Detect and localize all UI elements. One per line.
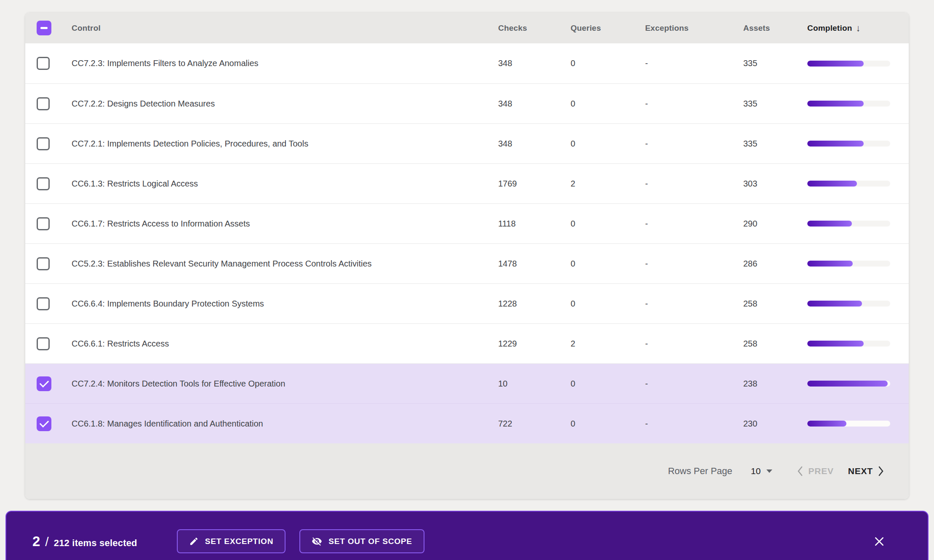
assets-value: 290 <box>743 219 807 229</box>
completion-bar-fill <box>807 261 853 267</box>
exceptions-value: - <box>645 59 743 68</box>
table-row[interactable]: CC7.2.1: Implements Detection Policies, … <box>25 123 909 163</box>
chevron-left-icon <box>797 466 803 477</box>
checks-value: 1769 <box>498 179 571 189</box>
close-icon <box>873 535 886 548</box>
exceptions-value: - <box>645 339 743 349</box>
row-checkbox[interactable] <box>37 297 50 310</box>
control-name: CC6.6.1: Restricts Access <box>72 339 498 349</box>
next-label: NEXT <box>848 466 873 476</box>
prev-page-button[interactable]: PREV <box>797 466 833 477</box>
completion-bar <box>807 101 890 107</box>
control-name: CC5.2.3: Establishes Relevant Security M… <box>72 259 498 269</box>
exceptions-value: - <box>645 419 743 429</box>
column-header-exceptions[interactable]: Exceptions <box>645 24 743 33</box>
checks-value: 722 <box>498 419 571 429</box>
checks-value: 348 <box>498 99 571 109</box>
row-checkbox[interactable] <box>37 416 51 431</box>
queries-value: 2 <box>571 339 645 349</box>
selected-count: 2 <box>32 533 40 549</box>
column-header-control[interactable]: Control <box>72 24 498 33</box>
sort-desc-arrow-icon: ↓ <box>856 24 861 33</box>
row-checkbox[interactable] <box>37 57 50 70</box>
set-out-of-scope-button[interactable]: SET OUT OF SCOPE <box>299 529 424 553</box>
column-header-checks[interactable]: Checks <box>498 24 571 33</box>
controls-table-card: Control Checks Queries Exceptions Assets… <box>25 13 909 499</box>
assets-value: 335 <box>743 59 807 68</box>
row-checkbox[interactable] <box>37 257 50 270</box>
control-name: CC6.6.4: Implements Boundary Protection … <box>72 299 498 309</box>
row-checkbox[interactable] <box>37 97 50 110</box>
table-body: CC7.2.3: Implements Filters to Analyze A… <box>25 43 909 443</box>
pencil-icon <box>189 536 199 546</box>
column-header-queries[interactable]: Queries <box>571 24 645 33</box>
completion-bar-fill <box>807 341 864 347</box>
assets-value: 286 <box>743 259 807 269</box>
control-name: CC6.1.3: Restricts Logical Access <box>72 179 498 189</box>
exceptions-value: - <box>645 259 743 269</box>
completion-bar-fill <box>807 101 864 107</box>
table-row[interactable]: CC7.2.2: Designs Detection Measures 348 … <box>25 83 909 123</box>
queries-value: 0 <box>571 299 645 309</box>
queries-value: 2 <box>571 179 645 189</box>
checks-value: 348 <box>498 59 571 68</box>
table-row[interactable]: CC6.1.7: Restricts Access to Information… <box>25 203 909 243</box>
queries-value: 0 <box>571 419 645 429</box>
table-row[interactable]: CC6.1.8: Manages Identification and Auth… <box>25 403 909 443</box>
queries-value: 0 <box>571 99 645 109</box>
exceptions-value: - <box>645 379 743 389</box>
exceptions-value: - <box>645 219 743 229</box>
control-name: CC6.1.7: Restricts Access to Information… <box>72 219 498 229</box>
table-row[interactable]: CC6.6.4: Implements Boundary Protection … <box>25 283 909 323</box>
set-out-of-scope-label: SET OUT OF SCOPE <box>328 537 412 546</box>
table-row[interactable]: CC6.6.1: Restricts Access 1229 2 - 258 <box>25 323 909 363</box>
table-row[interactable]: CC7.2.4: Monitors Detection Tools for Ef… <box>25 363 909 403</box>
column-header-assets[interactable]: Assets <box>743 24 807 33</box>
set-exception-label: SET EXCEPTION <box>205 537 273 546</box>
select-all-checkbox[interactable] <box>37 21 51 35</box>
chevron-right-icon <box>878 466 884 477</box>
completion-bar <box>807 421 890 427</box>
assets-value: 335 <box>743 99 807 109</box>
rows-per-page-select[interactable]: 10 <box>751 466 772 476</box>
caret-down-icon <box>766 469 772 473</box>
checks-value: 1229 <box>498 339 571 349</box>
set-exception-button[interactable]: SET EXCEPTION <box>177 529 286 553</box>
control-name: CC7.2.2: Designs Detection Measures <box>72 99 498 109</box>
control-name: CC7.2.4: Monitors Detection Tools for Ef… <box>72 379 498 389</box>
completion-bar <box>807 221 890 227</box>
completion-bar-fill <box>807 221 852 227</box>
selection-separator: / <box>45 535 48 549</box>
completion-bar <box>807 181 890 187</box>
exceptions-value: - <box>645 139 743 149</box>
table-row[interactable]: CC5.2.3: Establishes Relevant Security M… <box>25 243 909 283</box>
row-checkbox[interactable] <box>37 376 51 391</box>
row-checkbox[interactable] <box>37 177 50 190</box>
eye-off-icon <box>312 536 322 547</box>
bulk-selection-bar: 2 / 212 items selected SET EXCEPTION SET… <box>5 511 929 560</box>
checks-value: 348 <box>498 139 571 149</box>
column-header-completion[interactable]: Completion ↓ <box>807 24 909 33</box>
selection-summary: 2 / 212 items selected <box>32 533 137 549</box>
assets-value: 238 <box>743 379 807 389</box>
table-row[interactable]: CC7.2.3: Implements Filters to Analyze A… <box>25 43 909 83</box>
table-pagination: Rows Per Page 10 PREV NEXT <box>25 443 909 499</box>
completion-bar <box>807 341 890 347</box>
checks-value: 1228 <box>498 299 571 309</box>
items-selected-text: 212 items selected <box>54 538 137 549</box>
queries-value: 0 <box>571 219 645 229</box>
completion-bar <box>807 381 890 387</box>
assets-value: 303 <box>743 179 807 189</box>
table-row[interactable]: CC6.1.3: Restricts Logical Access 1769 2… <box>25 163 909 203</box>
completion-bar <box>807 261 890 267</box>
checks-value: 1478 <box>498 259 571 269</box>
completion-bar-fill <box>807 181 857 187</box>
close-selection-bar-button[interactable] <box>871 533 888 550</box>
row-checkbox[interactable] <box>37 217 50 230</box>
completion-bar <box>807 61 890 67</box>
row-checkbox[interactable] <box>37 337 50 350</box>
row-checkbox[interactable] <box>37 137 50 150</box>
completion-bar-fill <box>807 381 888 387</box>
next-page-button[interactable]: NEXT <box>848 466 884 477</box>
prev-label: PREV <box>808 466 833 476</box>
